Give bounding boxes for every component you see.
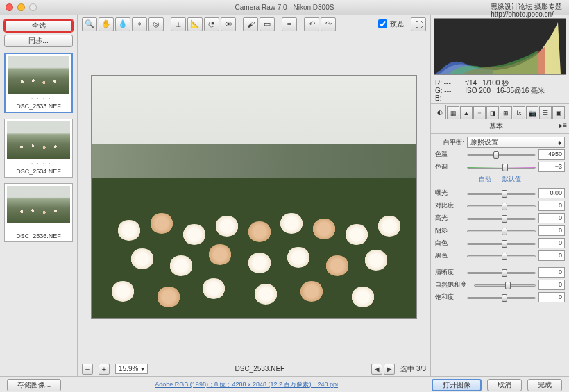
crop-tool-icon[interactable]: ⟂ [171, 17, 186, 31]
rotate-ccw-icon[interactable]: ↶ [304, 17, 319, 31]
done-button[interactable]: 完成 [527, 379, 562, 391]
thumb-label: DSC_2534.NEF [7, 168, 70, 175]
thumb-label: DSC_2533.NEF [8, 103, 69, 110]
zoom-out-icon[interactable]: − [82, 364, 93, 375]
sampler-tool-icon[interactable]: ⌖ [132, 17, 147, 31]
shadows-slider[interactable] [467, 226, 536, 236]
tab-detail[interactable]: ▲ [460, 106, 473, 119]
contrast-slider[interactable] [467, 201, 536, 211]
wb-label: 白平衡: [435, 138, 464, 147]
cancel-button[interactable]: 取消 [487, 379, 522, 391]
thumb-label: DSC_2536.NEF [7, 232, 70, 239]
rgb-readout: R: ---G: ---B: --- [435, 79, 451, 102]
tab-basic[interactable]: ◐ [434, 105, 446, 119]
traffic-lights [6, 3, 37, 11]
saturation-slider[interactable] [467, 293, 536, 302]
histogram[interactable] [434, 18, 566, 75]
tab-curve[interactable]: ▦ [447, 106, 459, 119]
grad-filter-icon[interactable]: ▭ [260, 17, 275, 31]
prefs-icon[interactable]: ≡ [282, 17, 297, 31]
select-all-button[interactable]: 全选 [4, 19, 73, 32]
close-icon[interactable] [6, 3, 13, 11]
spot-tool-icon[interactable]: ◔ [204, 17, 219, 31]
panel-title: 基本 ▸≡ [431, 119, 569, 134]
thumbnail-2[interactable]: · · · · · DSC_2534.NEF [4, 119, 73, 178]
fullscreen-icon[interactable]: ⛶ [411, 17, 426, 31]
tab-lens[interactable]: ⊞ [500, 106, 512, 119]
thumb-image [8, 56, 69, 94]
vibrance-slider[interactable] [474, 280, 536, 290]
highlights-slider[interactable] [467, 214, 536, 223]
window-titlebar: Camera Raw 7.0 - Nikon D300S [0, 0, 569, 15]
zoom-in-icon[interactable]: + [99, 364, 110, 375]
tint-value[interactable]: +3 [538, 162, 565, 172]
filename-label: DSC_2533.NEF [153, 365, 366, 373]
rotate-cw-icon[interactable]: ↷ [321, 17, 336, 31]
zoom-tool-icon[interactable]: 🔍 [82, 17, 97, 31]
tab-snapshots[interactable]: ▣ [552, 106, 565, 119]
whites-slider[interactable] [467, 239, 536, 248]
target-tool-icon[interactable]: ◎ [148, 17, 164, 31]
thumb-image [7, 121, 70, 159]
tab-camera[interactable]: 📷 [526, 106, 538, 119]
default-link[interactable]: 默认值 [502, 176, 521, 182]
workflow-link[interactable]: Adobe RGB (1998)；8 位；4288 x 2848 (12.2 百… [67, 380, 426, 389]
tint-slider[interactable] [467, 162, 536, 172]
preview-label: 预览 [390, 19, 404, 29]
selection-count: 选中 3/3 [400, 364, 426, 374]
filmstrip-panel: 全选 同步... · · · · · DSC_2533.NEF · · · · … [0, 15, 78, 376]
thumbnail-1[interactable]: · · · · · DSC_2533.NEF [4, 53, 73, 113]
thumbnail-3[interactable]: · · · · · DSC_2536.NEF [4, 183, 73, 242]
window-title: Camera Raw 7.0 - Nikon D300S [235, 3, 334, 11]
save-image-button[interactable]: 存储图像... [7, 379, 61, 391]
next-image-icon[interactable]: ► [384, 364, 395, 375]
redeye-tool-icon[interactable]: 👁 [221, 17, 236, 31]
minimize-icon[interactable] [17, 3, 25, 11]
straighten-tool-icon[interactable]: 📐 [187, 17, 203, 31]
adjust-brush-icon[interactable]: 🖌 [243, 17, 258, 31]
preview-statusbar: − + 15.9%▾ DSC_2533.NEF ◄ ► 选中 3/3 [78, 361, 430, 376]
hand-tool-icon[interactable]: ✋ [99, 17, 114, 31]
open-image-button[interactable]: 打开图像 [432, 379, 482, 391]
zoom-select[interactable]: 15.9%▾ [115, 364, 148, 374]
zoom-icon[interactable] [29, 3, 37, 11]
panel-tabs: ◐ ▦ ▲ ≡ ◨ ⊞ fx 📷 ☰ ▣ [431, 104, 569, 119]
blacks-slider[interactable] [467, 251, 536, 261]
toolbar: 🔍 ✋ 💧 ⌖ ◎ ⟂ 📐 ◔ 👁 🖌 ▭ ≡ ↶ ↷ 预览 ⛶ [78, 15, 430, 33]
tab-fx[interactable]: fx [513, 106, 525, 119]
prev-image-icon[interactable]: ◄ [371, 364, 382, 375]
image-preview[interactable] [91, 75, 417, 319]
tab-hsl[interactable]: ≡ [473, 106, 486, 119]
temp-value[interactable]: 4950 [538, 149, 565, 160]
sync-button[interactable]: 同步... [4, 35, 73, 47]
adjustments-panel: R: ---G: ---B: --- f/14 1/100 秒 ISO 200 … [430, 15, 569, 376]
tab-presets[interactable]: ☰ [539, 106, 552, 119]
exif-readout: f/14 1/100 秒 ISO 200 16-35@16 毫米 [465, 79, 545, 102]
footer: 存储图像... Adobe RGB (1998)；8 位；4288 x 2848… [0, 376, 569, 392]
auto-link[interactable]: 自动 [479, 176, 491, 182]
watermark: 思缘设计论坛 摄影专题 http://photo.poco.cn/ [491, 3, 562, 18]
tab-split[interactable]: ◨ [486, 106, 499, 119]
wb-tool-icon[interactable]: 💧 [115, 17, 130, 31]
wb-select[interactable]: 原照设置♦ [467, 137, 565, 148]
clarity-slider[interactable] [467, 268, 536, 278]
temp-slider[interactable] [467, 150, 536, 160]
preview-checkbox[interactable] [378, 19, 387, 28]
exposure-slider[interactable] [467, 189, 536, 198]
thumb-image [7, 186, 70, 223]
